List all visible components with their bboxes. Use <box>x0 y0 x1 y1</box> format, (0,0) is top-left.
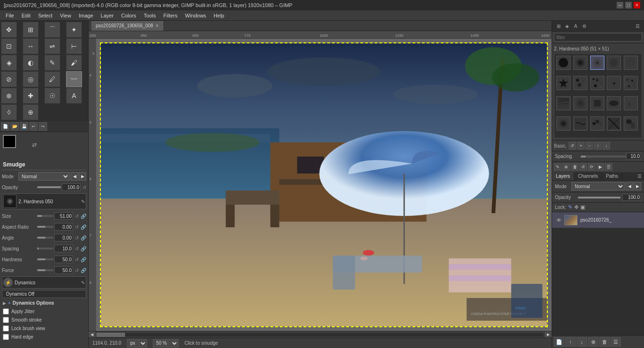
brush-cell-12[interactable] <box>590 96 604 110</box>
h-scrollbar-thumb[interactable] <box>97 333 125 337</box>
force-link-icon[interactable]: 🔗 <box>81 268 86 273</box>
tool-free-select[interactable]: ⌒ <box>44 22 60 38</box>
tool-transform[interactable]: ↔ <box>23 38 39 54</box>
brush-cell-6[interactable] <box>573 76 587 90</box>
menu-layer[interactable]: Layer <box>97 10 118 21</box>
opacity-slider-bar[interactable] <box>37 186 61 188</box>
force-reset-icon[interactable]: ↺ <box>75 268 79 273</box>
zoom-select[interactable]: 50 % 25 % 100 % <box>153 339 179 348</box>
menu-file[interactable]: File <box>2 10 18 21</box>
brush-cell-9[interactable] <box>624 76 638 90</box>
aspect-ratio-reset-icon[interactable]: ↺ <box>75 224 79 230</box>
brush-edit-button[interactable]: ✎ <box>81 199 85 204</box>
brush-cell-16[interactable] <box>573 116 587 131</box>
mode-prev-button[interactable]: ◀ <box>71 172 78 181</box>
tool-ink[interactable]: 🖊 <box>44 71 60 87</box>
size-value[interactable]: 51.00 <box>54 212 73 220</box>
aspect-ratio-slider-bar[interactable] <box>37 226 53 228</box>
smooth-stroke-checkbox[interactable] <box>3 317 9 323</box>
force-slider-bar[interactable] <box>37 269 53 271</box>
horizontal-scrollbar[interactable]: ◀ ▶ <box>89 331 552 338</box>
spacing-value[interactable]: 10.0 <box>54 245 73 252</box>
tool-flip[interactable]: ⇌ <box>44 38 60 54</box>
brush-settings-button[interactable]: ⚙ <box>580 22 588 30</box>
close-button[interactable]: ✕ <box>634 2 640 8</box>
hard-edge-label[interactable]: Hard edge <box>11 334 33 340</box>
spacing-slider-bar[interactable] <box>37 248 53 249</box>
hardness-value[interactable]: 50.0 <box>54 256 73 263</box>
angle-slider-bar[interactable] <box>37 237 53 239</box>
dynamics-value-row[interactable]: Dynamics Off <box>2 290 86 298</box>
tool-align[interactable]: ⊞ <box>23 22 39 38</box>
maximize-button[interactable]: □ <box>625 2 632 8</box>
tool-eraser[interactable]: ⊘ <box>1 71 17 87</box>
brush-cell-19[interactable] <box>624 116 638 131</box>
image-tab-close[interactable]: ✕ <box>155 23 159 28</box>
brush-cell-11[interactable] <box>573 96 587 110</box>
tab-channels[interactable]: Channels <box>574 172 602 180</box>
brush-duplicate-button[interactable]: ⊕ <box>562 163 570 171</box>
tool-move[interactable]: ✥ <box>1 22 17 38</box>
angle-reset-icon[interactable]: ↺ <box>75 235 79 240</box>
menu-help[interactable]: Help <box>210 10 228 21</box>
layer-visibility-button[interactable]: 👁 <box>555 216 562 224</box>
menu-colors[interactable]: Colors <box>117 10 140 21</box>
brush-reset-button[interactable]: ↺ <box>579 163 587 171</box>
mode-next-button[interactable]: ▶ <box>79 172 86 181</box>
lock-alpha-icon[interactable]: ▣ <box>580 204 585 210</box>
brush-delete-button[interactable]: − <box>586 142 593 149</box>
brush-refresh2-button[interactable]: ⟳ <box>588 163 595 171</box>
brush-spacing-value[interactable]: 10.0 <box>626 153 641 160</box>
tool-path[interactable]: ◊ <box>1 104 17 120</box>
open-image-button[interactable]: 📂 <box>10 122 19 131</box>
hard-edge-checkbox[interactable] <box>3 334 9 340</box>
lock-brush-view-label[interactable]: Lock brush view <box>11 326 45 331</box>
brush-last-button[interactable]: ▶ <box>596 163 604 171</box>
angle-link-icon[interactable]: 🔗 <box>81 235 86 240</box>
tool-fuzzy-select[interactable]: ✦ <box>66 22 82 38</box>
brush-menu-button[interactable]: ☰ <box>605 163 612 171</box>
apply-jitter-checkbox[interactable] <box>3 308 9 315</box>
minimize-button[interactable]: ─ <box>617 2 623 8</box>
size-reset-icon[interactable]: ↺ <box>75 214 79 219</box>
brush-cell-17[interactable] <box>590 116 604 131</box>
tab-paths[interactable]: Paths <box>602 172 622 180</box>
tool-measure[interactable]: ⊢ <box>66 38 82 54</box>
image-tab[interactable]: pso20160726_190656_008 ✕ <box>91 21 163 31</box>
brush-text-button[interactable]: A <box>572 22 579 30</box>
brush-cell-13[interactable] <box>607 96 621 110</box>
menu-edit[interactable]: Edit <box>18 10 34 21</box>
unit-select[interactable]: px mm in <box>127 339 147 348</box>
save-image-button[interactable]: 💾 <box>20 122 28 131</box>
brush-trash-button[interactable]: 🗑 <box>571 163 578 171</box>
dynamics-options-header[interactable]: ▶ + Dynamics Options <box>2 299 86 307</box>
smooth-stroke-label[interactable]: Smooth stroke <box>11 317 41 323</box>
layers-opacity-value[interactable]: 100.0 <box>622 194 641 201</box>
duplicate-layer-button[interactable]: ⊕ <box>588 337 598 347</box>
menu-tools[interactable]: Tools <box>140 10 160 21</box>
brush-up-button[interactable]: ↑ <box>594 142 602 149</box>
hardness-slider-bar[interactable] <box>37 258 53 260</box>
brush-cell-15[interactable] <box>556 116 570 131</box>
scroll-left-button[interactable]: ◀ <box>89 331 95 338</box>
brush-cell-14[interactable]: A <box>624 96 638 110</box>
tool-dodge-burn[interactable]: ☉ <box>44 88 60 104</box>
brush-cell-18[interactable] <box>607 116 621 131</box>
size-slider-bar[interactable] <box>37 215 53 217</box>
brush-grid-view-button[interactable]: ⊞ <box>555 22 562 30</box>
lower-layer-button[interactable]: ↓ <box>577 337 587 347</box>
brush-cell-10[interactable] <box>556 96 570 110</box>
aspect-ratio-value[interactable]: 0.00 <box>54 223 73 231</box>
tool-blend[interactable]: ◐ <box>23 55 39 71</box>
undo-button[interactable]: ↩ <box>29 122 38 131</box>
brush-cell-7[interactable] <box>590 76 604 90</box>
tool-paintbrush[interactable]: 🖌 <box>66 55 82 71</box>
tool-clone[interactable]: ⊕ <box>1 88 17 104</box>
layers-opacity-slider[interactable] <box>578 197 620 199</box>
menu-windows[interactable]: Windows <box>181 10 210 21</box>
lock-position-icon[interactable]: ✥ <box>574 204 578 210</box>
dynamics-edit-button[interactable]: ✎ <box>81 280 85 285</box>
lock-brush-view-checkbox[interactable] <box>3 325 9 331</box>
new-image-button[interactable]: 📄 <box>1 122 9 131</box>
hardness-link-icon[interactable]: 🔗 <box>81 257 86 262</box>
